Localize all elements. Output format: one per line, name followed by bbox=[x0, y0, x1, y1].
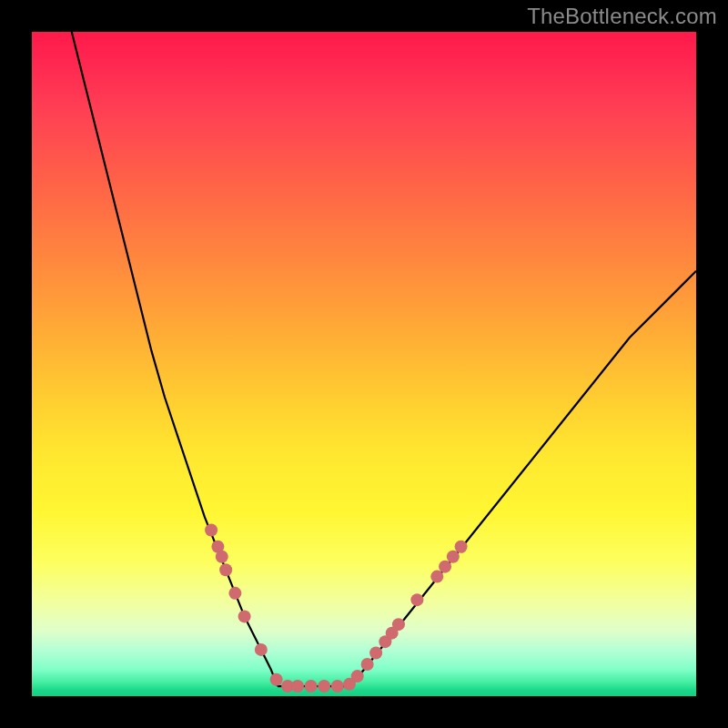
data-point bbox=[447, 551, 460, 563]
data-point bbox=[318, 680, 330, 693]
data-point bbox=[455, 541, 468, 553]
data-point bbox=[361, 658, 374, 671]
data-point bbox=[216, 551, 228, 563]
data-point bbox=[369, 647, 382, 660]
data-point bbox=[305, 680, 318, 693]
data-point bbox=[331, 680, 344, 693]
data-point bbox=[430, 571, 443, 583]
data-point bbox=[228, 587, 241, 600]
data-point bbox=[255, 643, 268, 656]
data-point bbox=[439, 561, 451, 573]
curve-left-branch bbox=[72, 32, 278, 686]
data-point bbox=[238, 610, 251, 622]
data-point bbox=[351, 670, 364, 682]
data-point bbox=[291, 680, 304, 693]
data-point bbox=[410, 593, 423, 606]
data-point bbox=[392, 618, 405, 631]
chart-container: TheBottleneck.com bbox=[0, 0, 728, 728]
bottleneck-curve-svg bbox=[32, 32, 696, 696]
data-point bbox=[270, 673, 283, 686]
watermark-text: TheBottleneck.com bbox=[527, 4, 717, 29]
data-point-markers bbox=[205, 524, 467, 693]
data-point bbox=[205, 524, 217, 537]
data-point bbox=[219, 563, 232, 576]
plot-area bbox=[32, 32, 696, 696]
